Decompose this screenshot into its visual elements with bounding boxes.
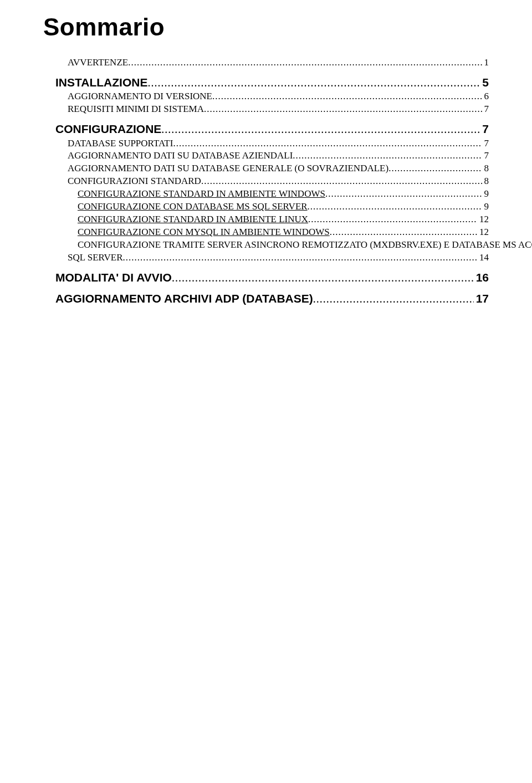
toc-item[interactable]: AGGIORNAMENTO DATI SU DATABASE GENERALE … — [68, 162, 489, 175]
toc-label: CONFIGURAZIONE TRAMITE SERVER ASINCRONO … — [78, 239, 532, 252]
toc-page: 1 — [482, 57, 489, 69]
toc-gap — [43, 69, 489, 75]
toc-page: 8 — [482, 162, 489, 175]
toc-gap — [43, 116, 489, 121]
page-title: Sommario — [43, 13, 489, 41]
toc-leader — [308, 213, 477, 226]
toc-label: AGGIORNAMENTO DATI SU DATABASE AZIENDALI — [68, 150, 293, 162]
toc-page: 12 — [477, 213, 489, 226]
toc-subitem[interactable]: CONFIGURAZIONE STANDARD IN AMBIENTE LINU… — [78, 213, 489, 226]
toc-leader — [172, 270, 474, 285]
toc-label: AGGIORNAMENTO DATI SU DATABASE GENERALE … — [68, 162, 388, 175]
toc-label: CONFIGURAZIONE CON MYSQL IN AMBIENTE WIN… — [78, 226, 330, 239]
toc-page: 14 — [477, 252, 489, 264]
toc-leader — [204, 103, 482, 116]
toc-item[interactable]: AGGIORNAMENTO DATI SU DATABASE AZIENDALI… — [68, 150, 489, 162]
toc-gap — [43, 285, 489, 291]
toc-section[interactable]: INSTALLAZIONE5 — [55, 75, 489, 90]
toc-page: 12 — [477, 226, 489, 239]
toc-leader — [388, 162, 482, 175]
toc-page: 7 — [482, 150, 489, 162]
toc-label: INSTALLAZIONE — [55, 75, 147, 90]
toc-label: CONFIGURAZIONI STANDARD — [68, 175, 201, 188]
toc-page: 6 — [482, 90, 489, 103]
toc-page: 5 — [480, 75, 489, 90]
toc-gap — [43, 264, 489, 270]
toc-item[interactable]: CONFIGURAZIONI STANDARD8 — [68, 175, 489, 188]
toc-label: CONFIGURAZIONE STANDARD IN AMBIENTE LINU… — [78, 213, 308, 226]
toc-label: MODALITA' DI AVVIO — [55, 270, 172, 285]
toc-leader — [293, 150, 482, 162]
toc-item[interactable]: AGGIORNAMENTO DI VERSIONE6 — [68, 90, 489, 103]
toc-label: AGGIORNAMENTO ARCHIVI ADP (DATABASE) — [55, 291, 313, 306]
toc-leader — [173, 137, 482, 150]
toc-page: 7 — [480, 121, 489, 137]
toc-label: CONFIGURAZIONE CON DATABASE MS SQL SERVE… — [78, 201, 308, 213]
toc-section[interactable]: MODALITA' DI AVVIO16 — [55, 270, 489, 285]
page: Sommario AVVERTENZE1INSTALLAZIONE5AGGIOR… — [0, 0, 532, 783]
toc-label: CONFIGURAZIONE STANDARD IN AMBIENTE WIND… — [78, 188, 325, 201]
toc-label: AGGIORNAMENTO DI VERSIONE — [68, 90, 212, 103]
toc-label: REQUISITI MINIMI DI SISTEMA — [68, 103, 204, 116]
toc-item[interactable]: DATABASE SUPPORTATI7 — [68, 137, 489, 150]
toc-leader — [313, 291, 474, 306]
toc-subitem[interactable]: CONFIGURAZIONE CON MYSQL IN AMBIENTE WIN… — [78, 226, 489, 239]
toc-leader — [212, 90, 482, 103]
toc-item[interactable]: AVVERTENZE1 — [68, 57, 489, 69]
toc-section[interactable]: AGGIORNAMENTO ARCHIVI ADP (DATABASE)17 — [55, 291, 489, 306]
toc-label: SQL SERVER — [68, 252, 123, 264]
toc-leader — [123, 252, 477, 264]
toc-leader — [147, 75, 480, 90]
toc-page: 9 — [482, 201, 489, 213]
toc: AVVERTENZE1INSTALLAZIONE5AGGIORNAMENTO D… — [43, 57, 489, 307]
toc-subitem[interactable]: CONFIGURAZIONE TRAMITE SERVER ASINCRONO … — [78, 239, 489, 252]
toc-label: DATABASE SUPPORTATI — [68, 137, 173, 150]
toc-page: 16 — [474, 270, 489, 285]
toc-label: AVVERTENZE — [68, 57, 128, 69]
toc-leader — [201, 175, 482, 188]
toc-subitem[interactable]: CONFIGURAZIONE STANDARD IN AMBIENTE WIND… — [78, 188, 489, 201]
toc-page: 9 — [482, 188, 489, 201]
toc-section[interactable]: CONFIGURAZIONE7 — [55, 121, 489, 137]
toc-leader — [325, 188, 482, 201]
toc-label: CONFIGURAZIONE — [55, 121, 161, 137]
toc-page: 7 — [482, 137, 489, 150]
toc-leader — [330, 226, 477, 239]
toc-leader — [308, 201, 482, 213]
toc-page: 7 — [482, 103, 489, 116]
toc-page: 8 — [482, 175, 489, 188]
toc-item[interactable]: SQL SERVER14 — [68, 252, 489, 264]
toc-subitem[interactable]: CONFIGURAZIONE CON DATABASE MS SQL SERVE… — [78, 201, 489, 213]
toc-leader — [161, 122, 480, 137]
toc-leader — [128, 57, 482, 69]
toc-item[interactable]: REQUISITI MINIMI DI SISTEMA7 — [68, 103, 489, 116]
toc-page: 17 — [474, 291, 489, 306]
